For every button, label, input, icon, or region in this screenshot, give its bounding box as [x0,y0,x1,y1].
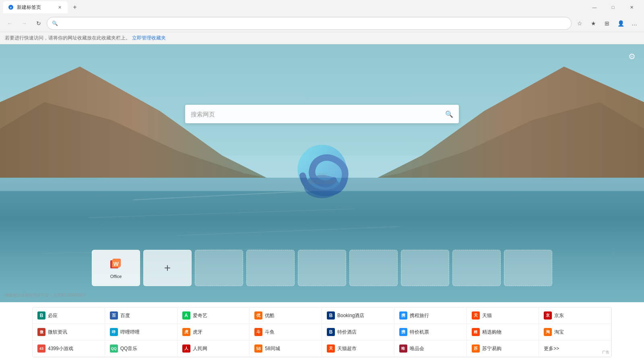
edge-logo-watermark [290,140,354,206]
active-tab[interactable]: e 新建标签页 ✕ [3,1,68,13]
address-input[interactable] [60,20,566,26]
sponsor-icon-msinfo: 微 [37,328,45,336]
sponsor-cheap-hotel[interactable]: B 特价酒店 [322,324,394,340]
search-box[interactable]: 🔍 [185,105,459,123]
sponsor-label-tmall: 天猫 [482,312,492,319]
sponsor-label-cheap-hotel: 特价酒店 [337,329,357,336]
sponsor-icon-cheap-hotel: B [327,328,335,336]
sponsor-ctrip[interactable]: 携 携程旅行 [394,307,467,324]
sponsor-youku[interactable]: 优 优酷 [250,307,322,324]
bookmark-bar: 若要进行快速访问，请将你的网址收藏放在此收藏夹栏上。 立即管理收藏夹 [0,32,644,44]
sponsor-booking[interactable]: B Booking酒店 [322,307,394,324]
tab-favicon: e [8,4,14,10]
close-button[interactable]: ✕ [622,0,641,15]
sponsor-icon-douyu: 斗 [254,328,262,336]
sponsor-section: B 必应 百 百度 A 爱奇艺 优 优酷 B Booking酒店 携 携程旅行 [0,302,644,359]
sponsor-selected-shopping[interactable]: 精 精选购物 [467,324,539,340]
qa-tile-empty-6[interactable] [452,250,501,286]
profile-button[interactable]: 👤 [614,17,627,30]
office-icon: W [109,257,123,272]
toolbar-right: ☆ ★ ⊞ 👤 … [573,17,641,30]
sponsor-tmall-super[interactable]: 天 天猫超市 [322,340,394,357]
license-text: 增值电信业务经营许可证：合字B2-20090007 [5,293,85,298]
qa-tile-empty-7[interactable] [504,250,552,286]
add-plus-icon: + [164,261,171,274]
sponsor-icon-youku: 优 [254,311,262,320]
qa-tile-empty-4[interactable] [349,250,398,286]
address-bar[interactable]: 🔍 [47,17,572,30]
new-tab-button[interactable]: + [69,2,80,13]
sponsor-msinfo[interactable]: 微 微软资讯 [33,324,105,340]
ad-label: 广告 [602,350,609,355]
tab-close-btn[interactable]: ✕ [56,4,63,10]
main-content[interactable]: ⚙ 🔍 [0,44,644,359]
sponsor-label-baidu: 百度 [120,312,130,319]
qa-tile-empty-5[interactable] [401,250,449,286]
qa-tile-add[interactable]: + [143,250,192,286]
sponsor-58[interactable]: 58 58同城 [250,340,322,357]
sponsor-label-qqmusic: QQ音乐 [120,345,138,352]
search-input[interactable] [191,111,442,118]
sponsor-jd[interactable]: 京 京东 [539,307,611,324]
sponsor-vip[interactable]: 唯 唯品会 [394,340,467,357]
qa-tile-empty-2[interactable] [246,250,295,286]
sponsor-bilibili[interactable]: 哔 哔哩哔哩 [105,324,178,340]
sponsor-more[interactable]: 更多>> 广告 [539,340,611,357]
maximize-button[interactable]: □ [604,0,622,15]
minimize-button[interactable]: — [585,0,604,15]
qa-tile-office[interactable]: W Office [92,250,140,286]
sponsor-cheap-ticket[interactable]: 携 特价机票 [394,324,467,340]
toolbar: ← → ↻ 🔍 ☆ ★ ⊞ 👤 … [0,15,644,32]
qa-tile-empty-3[interactable] [298,250,346,286]
sponsor-label-more: 更多>> [544,345,559,352]
svg-text:e: e [10,6,12,9]
sponsor-icon-tmall: 天 [472,311,480,320]
sponsor-icon-bilibili: 哔 [110,328,118,336]
search-icon: 🔍 [52,21,58,26]
sponsor-label-selected-shopping: 精选购物 [482,329,502,336]
sponsor-label-msinfo: 微软资讯 [48,329,67,336]
refresh-button[interactable]: ↻ [32,17,45,30]
sponsor-huya[interactable]: 虎 虎牙 [178,324,250,340]
collections-button[interactable]: ⊞ [601,17,613,30]
window-controls: — □ ✕ [585,0,641,15]
sponsor-taobao[interactable]: 淘 淘宝 [539,324,611,340]
favorites-star-button[interactable]: ☆ [573,17,586,30]
sponsor-label-taobao: 淘宝 [554,329,564,336]
sponsor-people[interactable]: 人 人民网 [178,340,250,357]
favorites-button[interactable]: ★ [587,17,600,30]
sponsor-suning[interactable]: 苏 苏宁易购 [467,340,539,357]
sponsor-label-iqiyi: 爱奇艺 [193,312,207,319]
sponsor-label-youku: 优酷 [265,312,275,319]
manage-favorites-link[interactable]: 立即管理收藏夹 [132,35,166,42]
sponsor-baidu[interactable]: 百 百度 [105,307,178,324]
sponsor-icon-ctrip: 携 [399,311,407,320]
sponsor-label-huya: 虎牙 [193,329,202,336]
search-submit-icon[interactable]: 🔍 [445,110,453,118]
sponsor-icon-bying: B [37,311,45,320]
search-container: 🔍 [185,105,459,123]
tab-area: e 新建标签页 ✕ + [3,0,80,15]
sponsor-icon-4399: 43 [37,344,45,353]
sponsor-label-vip: 唯品会 [410,345,424,352]
more-button[interactable]: … [628,17,641,30]
settings-gear-button[interactable]: ⚙ [626,51,638,62]
forward-button[interactable]: → [18,17,31,30]
sponsor-bying[interactable]: B 必应 [33,307,105,324]
sponsor-icon-suning: 苏 [472,344,480,353]
sponsor-icon-baidu: 百 [110,311,118,320]
sponsor-qqmusic[interactable]: QQ QQ音乐 [105,340,178,357]
sponsor-icon-cheap-ticket: 携 [399,328,407,336]
sponsor-iqiyi[interactable]: A 爱奇艺 [178,307,250,324]
sponsor-tmall[interactable]: 天 天猫 [467,307,539,324]
sponsor-label-booking: Booking酒店 [337,312,364,319]
sponsor-label-people: 人民网 [193,345,207,352]
sponsor-icon-huya: 虎 [182,328,190,336]
sponsor-icon-taobao: 淘 [544,328,552,336]
qa-office-label: Office [110,274,122,279]
qa-tile-empty-1[interactable] [195,250,243,286]
back-button[interactable]: ← [3,17,16,30]
sponsor-douyu[interactable]: 斗 斗鱼 [250,324,322,340]
sponsor-grid: B 必应 百 百度 A 爱奇艺 优 优酷 B Booking酒店 携 携程旅行 [32,307,612,357]
sponsor-4399[interactable]: 43 4399小游戏 [33,340,105,357]
